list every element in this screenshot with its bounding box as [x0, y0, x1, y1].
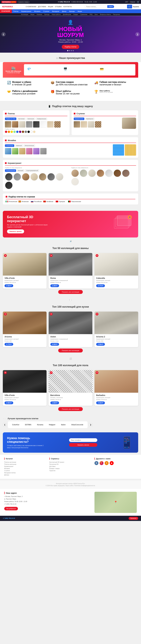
catalog-btn[interactable]: ☰ КАТАЛОГ — [0, 9, 12, 13]
color-grey[interactable] — [25, 131, 27, 133]
nav3-new[interactable]: Новинки — [36, 13, 43, 16]
brands-prev-btn[interactable]: ❮ — [3, 423, 7, 426]
filter-btn-type[interactable]: Подбор по типу — [5, 118, 16, 120]
nav-link-delivery[interactable]: ДОСТАВКА — [38, 6, 46, 8]
footer-link-mozaika[interactable]: Мозаика — [4, 468, 10, 469]
color-brown[interactable] — [22, 131, 24, 133]
stepen-filter-marble[interactable]: Мраморные — [85, 118, 94, 120]
nav-logo[interactable]: КЕРАМИКА — [2, 6, 13, 8]
filter-btn-universal[interactable]: Универсальная — [36, 118, 47, 120]
nav3-discounts[interactable]: Скидки — [72, 13, 79, 16]
search-input[interactable] — [85, 5, 107, 8]
country-china[interactable]: Китайская — [43, 201, 54, 202]
footer-link-delivery[interactable]: Доставка — [49, 466, 56, 467]
color-beige[interactable] — [33, 131, 36, 133]
keram-thumb-2[interactable] — [14, 173, 21, 181]
footer-link-wall[interactable]: Плитка настенная — [4, 462, 16, 463]
phone-free[interactable]: 8 (800) 000-00-00 — [72, 1, 83, 3]
tile-thumb-8[interactable] — [54, 121, 61, 128]
country-turkey[interactable]: Турецкая — [56, 201, 67, 202]
nav3-qa[interactable]: Вопросы-ответы — [99, 13, 112, 16]
color-lightgreen[interactable] — [14, 131, 16, 133]
stepen-thumb-1[interactable] — [74, 121, 80, 128]
keram-rthumb-5[interactable] — [105, 169, 113, 177]
social-vk[interactable]: В — [94, 461, 98, 465]
search-button[interactable]: Найти — [107, 5, 114, 8]
tile-thumb-4[interactable] — [26, 121, 32, 128]
nav3-credit[interactable]: Рассрочка — [112, 13, 121, 16]
brand-colorker[interactable]: ColorKer — [11, 423, 21, 426]
nav2-decor[interactable]: Декор — [61, 10, 68, 13]
keram-thumb-1[interactable] — [5, 173, 13, 181]
free3d-btn[interactable]: Заказать проект — [7, 230, 24, 234]
nav-link-contacts[interactable]: КОНТАКТЫ — [64, 6, 72, 8]
social-ok[interactable]: О — [104, 461, 108, 465]
color-purple[interactable] — [19, 131, 21, 133]
stepen-thumb-2[interactable] — [81, 121, 87, 128]
footer-link-decors[interactable]: Декоры — [4, 474, 9, 476]
nav2-brands[interactable]: Бренды — [68, 10, 76, 13]
keram-thumb-6[interactable] — [47, 173, 55, 181]
mozaika-thumb-6[interactable] — [40, 148, 46, 154]
mozaika-thumb-1[interactable] — [5, 148, 11, 154]
keram-rthumb-2[interactable] — [80, 169, 88, 177]
nav2-sale[interactable]: Акции — [76, 10, 83, 13]
mozaika-filter-metal[interactable]: Металлическая — [24, 144, 35, 147]
help-submit-btn[interactable]: Заказать звонок — [69, 443, 97, 447]
filter-btn-wall[interactable]: Настенная — [17, 118, 26, 120]
nav3-promos[interactable]: Акции — [29, 13, 36, 16]
keram-rthumb-6[interactable] — [114, 169, 121, 177]
keram-rthumb-4[interactable] — [96, 169, 104, 177]
footer-link-guarantee[interactable]: Гарантия — [49, 470, 56, 472]
bath-show-all-btn[interactable]: Показать все коллекции — [58, 290, 83, 294]
country-spain[interactable]: Испанская — [18, 201, 30, 202]
keram-thumb-3[interactable] — [22, 173, 30, 181]
nav2-keram[interactable]: Керамогранит — [20, 10, 33, 13]
keram-rthumb-3[interactable] — [88, 169, 96, 177]
brand-atlas[interactable]: AtlasConcorde — [70, 423, 84, 426]
country-russia[interactable]: Российская — [31, 201, 42, 202]
bottom-phone[interactable]: +7 (495) 799-24-34 — [3, 518, 15, 519]
kitchen-show-all-btn[interactable]: Показать все коллекции — [58, 348, 83, 352]
brand-nefrit[interactable]: Нефрит — [48, 423, 57, 426]
hero-dot-4[interactable] — [73, 50, 74, 51]
footer-link-steps[interactable]: Ступени — [4, 470, 10, 472]
hero-prev[interactable]: ❮ — [2, 32, 6, 36]
cart-button[interactable]: 🛒 — [127, 5, 132, 8]
keram-rthumb-1[interactable] — [71, 169, 79, 177]
nav3-compare[interactable]: Сравнение — [79, 13, 88, 16]
color-white[interactable] — [30, 131, 32, 133]
nav3-works[interactable]: Наши работы — [50, 13, 62, 16]
phone-main[interactable]: +7 (495) 799-24-34 — [58, 1, 70, 3]
mozaika-thumb-3[interactable] — [19, 148, 26, 154]
keram-filter-structured[interactable]: Структурированный — [25, 169, 39, 172]
brand-estima[interactable]: ESTIMA — [24, 423, 33, 426]
stepen-filter-ceramic[interactable]: Керамические — [74, 118, 84, 120]
address-route-btn[interactable]: Как добраться — [4, 507, 18, 510]
cart-icon[interactable]: 🛒 — [137, 0, 140, 3]
footer-link-floor[interactable]: Плитка напольная — [4, 464, 16, 465]
color-blue[interactable] — [16, 131, 18, 133]
footer-link-facade[interactable]: Фасадная плитка — [4, 472, 16, 474]
brand-logo[interactable]: КЕРАМИКА МИРА — [2, 1, 16, 3]
hero-dot-2[interactable] — [69, 50, 70, 51]
hero-cta-button[interactable]: Подбор плитки — [62, 45, 79, 49]
stepen-thumb-3[interactable] — [88, 121, 94, 128]
footer-link-3d[interactable]: Бесплатный 3D проект — [49, 462, 64, 463]
nav3-collections[interactable]: Коллекции — [20, 13, 29, 16]
country-portugal[interactable]: Португальская — [68, 201, 81, 202]
mozaika-filter-stone[interactable]: Каменная — [15, 144, 23, 147]
keram-filter-polished[interactable]: Полированный — [5, 169, 16, 172]
nav-link-promos[interactable]: АКЦИИ — [48, 6, 53, 8]
nav3-faq[interactable]: FAQ — [88, 13, 94, 16]
nav3-brands[interactable]: Бренды — [43, 13, 50, 16]
tile-thumb-5[interactable] — [33, 121, 40, 128]
color-red[interactable] — [5, 131, 7, 133]
bottom-chat-btn[interactable]: Написать — [128, 517, 138, 520]
country-italy[interactable]: Итальянская — [6, 201, 17, 202]
tile-thumb-2[interactable] — [12, 121, 18, 128]
keram-thumb-7[interactable] — [56, 173, 64, 181]
help-phone-input[interactable] — [69, 438, 97, 442]
nav2-facade[interactable]: Фасадная — [50, 10, 61, 13]
nav2-tile[interactable]: Плитка — [12, 10, 20, 13]
